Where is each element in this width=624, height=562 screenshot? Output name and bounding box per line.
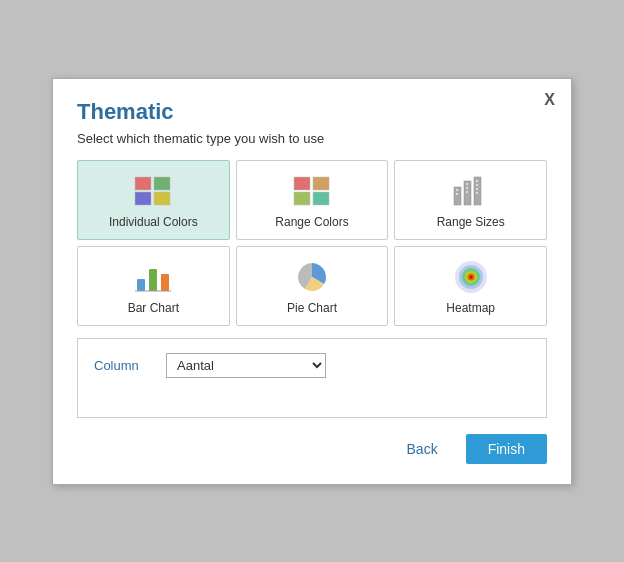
svg-rect-14 xyxy=(466,187,468,189)
svg-rect-19 xyxy=(476,192,478,194)
column-row: Column Aantal xyxy=(94,353,530,378)
dialog-title: Thematic xyxy=(77,99,547,125)
individual-colors-icon xyxy=(131,173,175,209)
svg-rect-2 xyxy=(135,192,151,205)
svg-rect-11 xyxy=(456,189,458,191)
column-section: Column Aantal xyxy=(77,338,547,418)
svg-rect-16 xyxy=(476,180,478,182)
tile-pie-chart[interactable]: Pie Chart xyxy=(236,246,389,326)
svg-rect-12 xyxy=(456,193,458,195)
tile-range-colors-label: Range Colors xyxy=(275,215,348,229)
tile-range-colors[interactable]: Range Colors xyxy=(236,160,389,240)
svg-rect-22 xyxy=(161,274,169,291)
svg-rect-6 xyxy=(294,192,310,205)
close-button[interactable]: X xyxy=(544,91,555,109)
svg-rect-13 xyxy=(466,183,468,185)
tile-pie-chart-label: Pie Chart xyxy=(287,301,337,315)
tile-heatmap-label: Heatmap xyxy=(446,301,495,315)
pie-chart-icon xyxy=(290,259,334,295)
dialog-subtitle: Select which thematic type you wish to u… xyxy=(77,131,547,146)
svg-rect-3 xyxy=(154,192,170,205)
svg-rect-17 xyxy=(476,184,478,186)
svg-rect-18 xyxy=(476,188,478,190)
svg-rect-20 xyxy=(137,279,145,291)
column-label: Column xyxy=(94,358,154,373)
svg-rect-21 xyxy=(149,269,157,291)
svg-rect-5 xyxy=(313,177,329,190)
heatmap-icon xyxy=(449,259,493,295)
thematic-dialog: X Thematic Select which thematic type yo… xyxy=(52,78,572,485)
footer: Back Finish xyxy=(77,434,547,464)
back-button[interactable]: Back xyxy=(389,434,456,464)
tile-individual-colors-label: Individual Colors xyxy=(109,215,198,229)
svg-rect-1 xyxy=(154,177,170,190)
finish-button[interactable]: Finish xyxy=(466,434,547,464)
tile-range-sizes[interactable]: Range Sizes xyxy=(394,160,547,240)
tile-bar-chart-label: Bar Chart xyxy=(128,301,179,315)
tile-individual-colors[interactable]: Individual Colors xyxy=(77,160,230,240)
tile-bar-chart[interactable]: Bar Chart xyxy=(77,246,230,326)
tile-heatmap[interactable]: Heatmap xyxy=(394,246,547,326)
svg-rect-7 xyxy=(313,192,329,205)
svg-rect-0 xyxy=(135,177,151,190)
svg-rect-15 xyxy=(466,191,468,193)
range-sizes-icon xyxy=(449,173,493,209)
column-select[interactable]: Aantal xyxy=(166,353,326,378)
tile-grid: Individual Colors Range Colors xyxy=(77,160,547,326)
bar-chart-icon xyxy=(131,259,175,295)
range-colors-icon xyxy=(290,173,334,209)
tile-range-sizes-label: Range Sizes xyxy=(437,215,505,229)
svg-rect-4 xyxy=(294,177,310,190)
svg-point-29 xyxy=(469,275,472,278)
